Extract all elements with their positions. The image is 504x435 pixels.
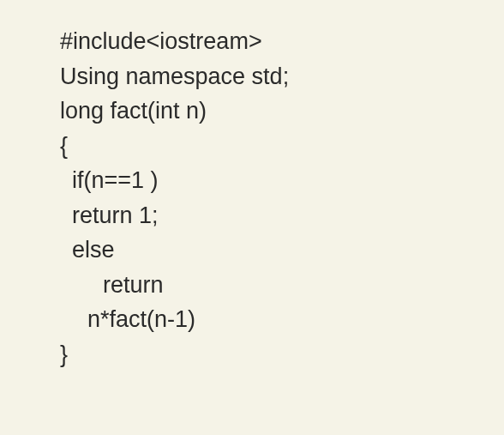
code-line: n*fact(n-1)	[60, 302, 504, 337]
code-line: }	[60, 337, 504, 372]
code-line: else	[60, 233, 504, 268]
code-line: return 1;	[60, 198, 504, 233]
code-line: return	[60, 268, 504, 303]
code-line: Using namespace std;	[60, 59, 504, 94]
code-line: long fact(int n)	[60, 94, 504, 129]
code-line: if(n==1 )	[60, 163, 504, 198]
code-line: #include<iostream>	[60, 24, 504, 59]
code-line: {	[60, 129, 504, 164]
code-block: #include<iostream> Using namespace std; …	[0, 0, 504, 372]
